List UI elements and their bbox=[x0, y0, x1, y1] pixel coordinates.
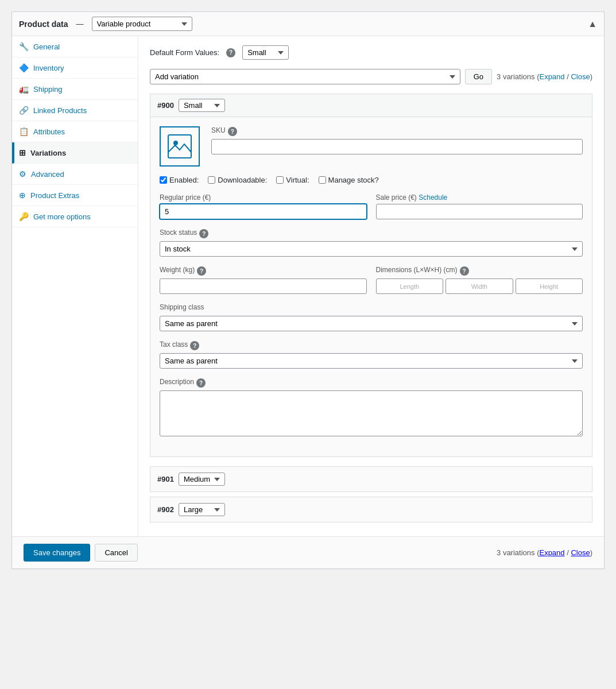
variation-id-901: #901 bbox=[157, 475, 174, 483]
regular-price-group: Regular price (€) bbox=[160, 193, 367, 219]
schedule-link[interactable]: Schedule bbox=[419, 193, 447, 202]
dimensions-help-icon[interactable]: ? bbox=[460, 266, 469, 276]
variation-attr-select-901[interactable]: Small Medium Large bbox=[179, 473, 225, 486]
default-form-help-icon[interactable]: ? bbox=[226, 48, 235, 57]
weight-input[interactable] bbox=[160, 278, 367, 294]
variation-item-902: #902 Small Medium Large bbox=[150, 497, 592, 522]
virtual-label[interactable]: Virtual: bbox=[276, 176, 309, 184]
sku-help-icon[interactable]: ? bbox=[228, 127, 237, 136]
dimensions-group: Dimensions (L×W×H) (cm) ? bbox=[376, 266, 583, 294]
variation-header-900: #900 Small Medium Large bbox=[150, 94, 592, 117]
downloadable-checkbox[interactable] bbox=[208, 176, 215, 184]
enabled-checkbox[interactable] bbox=[160, 176, 167, 184]
add-variation-select[interactable]: Add variation Create variations from all… bbox=[150, 69, 460, 84]
sidebar-item-label: Attributes bbox=[33, 127, 65, 136]
inventory-icon: 🔷 bbox=[19, 63, 29, 72]
sale-price-group: Sale price (€) Schedule bbox=[376, 193, 583, 219]
variation-attr-select-900[interactable]: Small Medium Large bbox=[179, 99, 225, 112]
sku-label: SKU bbox=[211, 126, 226, 134]
variation-id-900: #900 bbox=[157, 101, 174, 110]
sidebar-item-get-more-options[interactable]: 🔑 Get more options bbox=[12, 206, 138, 227]
variations-count-top: 3 variations (Expand / Close) bbox=[497, 72, 592, 81]
weight-label: Weight (kg) bbox=[160, 266, 195, 274]
sidebar-item-variations[interactable]: ⊞ Variations bbox=[12, 142, 138, 164]
variation-item-901: #901 Small Medium Large bbox=[150, 466, 592, 492]
variation-id-902: #902 bbox=[157, 505, 174, 514]
stock-status-row: Stock status ? In stock Out of stock On … bbox=[160, 229, 583, 257]
height-input[interactable] bbox=[516, 278, 583, 294]
sidebar-item-label: Linked Products bbox=[33, 106, 87, 115]
tax-class-select[interactable]: Same as parent Standard Reduced rate Zer… bbox=[160, 353, 583, 369]
variations-count-bottom: 3 variations (Expand / Close) bbox=[497, 548, 592, 557]
width-input[interactable] bbox=[445, 278, 513, 294]
collapse-button[interactable]: ▲ bbox=[588, 19, 597, 29]
weight-group: Weight (kg) ? bbox=[160, 266, 367, 294]
dims-inputs bbox=[376, 278, 583, 294]
manage-stock-checkbox[interactable] bbox=[319, 176, 326, 184]
sidebar-item-linked-products[interactable]: 🔗 Linked Products bbox=[12, 100, 138, 121]
downloadable-label[interactable]: Downloadable: bbox=[208, 176, 267, 184]
description-textarea[interactable] bbox=[160, 390, 583, 436]
add-variation-row: Add variation Create variations from all… bbox=[150, 69, 592, 84]
default-form-label: Default Form Values: bbox=[150, 48, 219, 57]
product-data-header: Product data — Variable product Simple p… bbox=[12, 12, 604, 36]
variation-item-900: #900 Small Medium Large bbox=[150, 94, 592, 457]
sku-input[interactable] bbox=[211, 139, 583, 154]
shipping-class-row: Shipping class Same as parent No shippin… bbox=[160, 303, 583, 331]
dimensions-label: Dimensions (L×W×H) (cm) bbox=[376, 266, 458, 274]
cancel-button[interactable]: Cancel bbox=[95, 544, 137, 562]
stock-status-select[interactable]: In stock Out of stock On backorder bbox=[160, 241, 583, 257]
truck-icon: 🚛 bbox=[19, 84, 29, 94]
close-link-bottom[interactable]: Close bbox=[571, 548, 590, 557]
close-link-top[interactable]: Close bbox=[571, 72, 590, 81]
sale-price-label: Sale price (€) Schedule bbox=[376, 193, 583, 202]
sidebar-item-general[interactable]: 🔧 General bbox=[12, 36, 138, 57]
length-input[interactable] bbox=[376, 278, 444, 294]
expand-link-bottom[interactable]: Expand bbox=[539, 548, 564, 557]
sidebar-item-label: Advanced bbox=[31, 170, 64, 179]
product-data-body: 🔧 General 🔷 Inventory 🚛 Shipping 🔗 Linke… bbox=[12, 36, 604, 536]
tax-class-help-icon[interactable]: ? bbox=[190, 341, 199, 350]
product-type-select[interactable]: Variable product Simple product Grouped … bbox=[92, 17, 192, 31]
sidebar-item-inventory[interactable]: 🔷 Inventory bbox=[12, 57, 138, 79]
plus-circle-icon: ⊕ bbox=[19, 191, 26, 200]
variation-attr-select-902[interactable]: Small Medium Large bbox=[179, 503, 225, 516]
svg-point-1 bbox=[173, 141, 178, 145]
img-sku-row: SKU ? bbox=[160, 126, 583, 167]
expand-link-top[interactable]: Expand bbox=[539, 72, 564, 81]
description-row: Description ? bbox=[160, 378, 583, 438]
regular-price-input[interactable] bbox=[160, 204, 367, 219]
sku-col: SKU ? bbox=[211, 126, 583, 154]
sidebar-item-attributes[interactable]: 📋 Attributes bbox=[12, 121, 138, 142]
key-icon: 🔑 bbox=[19, 212, 29, 221]
tax-class-label: Tax class bbox=[160, 340, 188, 349]
price-row: Regular price (€) Sale price (€) Schedul… bbox=[160, 193, 583, 219]
go-button[interactable]: Go bbox=[465, 69, 492, 84]
sidebar-item-label: Shipping bbox=[33, 85, 63, 94]
sidebar-item-product-extras[interactable]: ⊕ Product Extras bbox=[12, 185, 138, 206]
stock-status-help-icon[interactable]: ? bbox=[199, 229, 208, 238]
shipping-class-label: Shipping class bbox=[160, 303, 204, 311]
manage-stock-label[interactable]: Manage stock? bbox=[319, 176, 379, 184]
regular-price-label: Regular price (€) bbox=[160, 193, 367, 202]
weight-help-icon[interactable]: ? bbox=[197, 266, 206, 276]
shipping-class-select[interactable]: Same as parent No shipping class bbox=[160, 316, 583, 331]
sidebar-item-label: Variations bbox=[30, 149, 66, 157]
sidebar-item-advanced[interactable]: ⚙ Advanced bbox=[12, 164, 138, 185]
gear-icon: ⚙ bbox=[19, 169, 26, 179]
variations-icon: ⊞ bbox=[19, 148, 26, 157]
save-changes-button[interactable]: Save changes bbox=[24, 544, 90, 562]
sidebar-item-label: Product Extras bbox=[30, 191, 79, 200]
sidebar-item-shipping[interactable]: 🚛 Shipping bbox=[12, 79, 138, 100]
tax-class-row: Tax class ? Same as parent Standard Redu… bbox=[160, 340, 583, 369]
description-label: Description bbox=[160, 378, 194, 386]
virtual-checkbox[interactable] bbox=[276, 176, 284, 184]
sale-price-input[interactable] bbox=[376, 204, 583, 219]
list-icon: 📋 bbox=[19, 127, 29, 136]
description-help-icon[interactable]: ? bbox=[196, 378, 206, 388]
enabled-label[interactable]: Enabled: bbox=[160, 176, 199, 184]
product-data-sidebar: 🔧 General 🔷 Inventory 🚛 Shipping 🔗 Linke… bbox=[12, 36, 138, 536]
default-form-select[interactable]: Small Medium Large bbox=[242, 45, 289, 60]
variation-image-900[interactable] bbox=[160, 126, 200, 167]
sidebar-item-label: Get more options bbox=[33, 212, 91, 221]
